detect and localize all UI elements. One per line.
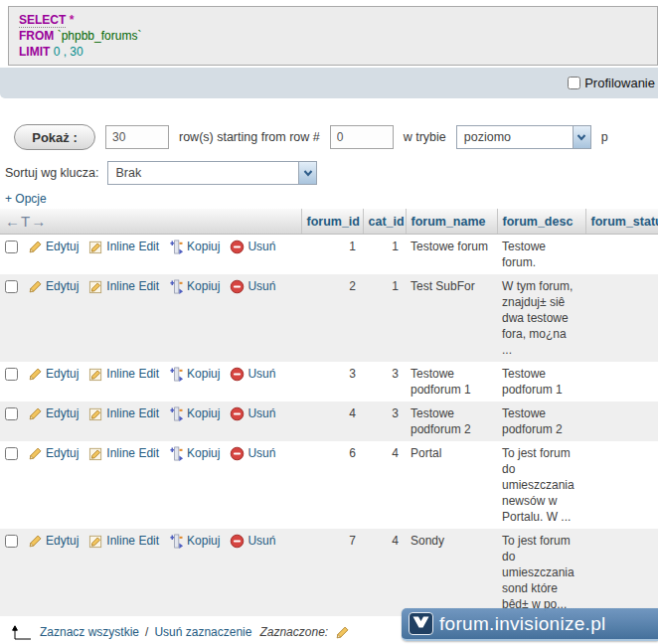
delete-action[interactable]: Usuń — [229, 445, 275, 461]
options-toggle-link[interactable]: + Opcje — [5, 192, 658, 206]
cell-cat-id: 3 — [363, 402, 406, 441]
copy-link[interactable]: Kopiuj — [187, 239, 220, 254]
column-header-forum-name[interactable]: forum_name — [406, 209, 497, 235]
delete-link[interactable]: Usuń — [247, 533, 275, 549]
copy-action[interactable]: Kopiuj — [168, 405, 220, 421]
edit-action[interactable]: Edytuj — [27, 405, 79, 421]
copy-link[interactable]: Kopiuj — [187, 405, 220, 421]
uncheck-all-link[interactable]: Usuń zaznaczenie — [154, 625, 251, 639]
watermark-text: forum.invisionize.pl — [439, 613, 606, 635]
cell-forum-id: 7 — [301, 529, 363, 616]
show-button[interactable]: Pokaż : — [14, 124, 95, 150]
copy-action[interactable]: Kopiuj — [168, 239, 220, 254]
edit-action[interactable]: Edytuj — [27, 366, 79, 382]
column-header-forum-desc[interactable]: forum_desc — [497, 209, 585, 235]
delete-link[interactable]: Usuń — [247, 366, 275, 382]
column-header-cat-id[interactable]: cat_id — [363, 209, 406, 235]
inline-edit-link[interactable]: Inline Edit — [106, 366, 159, 382]
watermark-banner: forum.invisionize.pl — [402, 608, 658, 641]
delete-icon — [229, 405, 245, 421]
edit-link[interactable]: Edytuj — [46, 533, 79, 549]
cell-forum-name: Test SubFor — [406, 274, 497, 362]
cell-forum-id: 1 — [301, 235, 363, 275]
check-all-link[interactable]: Zaznacz wszystkie — [40, 625, 139, 639]
cell-forum-status — [585, 362, 658, 402]
row-actions: Edytuj Inline Edit Kopiuj — [5, 445, 296, 461]
inline-edit-link[interactable]: Inline Edit — [106, 278, 159, 294]
sql-table-identifier: `phpbb_forums` — [58, 29, 142, 43]
edit-link[interactable]: Edytuj — [46, 445, 79, 461]
inline-edit-link[interactable]: Inline Edit — [106, 533, 159, 549]
delete-action[interactable]: Usuń — [229, 405, 275, 421]
delete-action[interactable]: Usuń — [229, 278, 275, 294]
edit-action[interactable]: Edytuj — [27, 239, 79, 254]
sort-key-select[interactable]: Brak — [107, 161, 317, 185]
inline-edit-action[interactable]: Inline Edit — [87, 239, 159, 254]
copy-link[interactable]: Kopiuj — [187, 366, 220, 382]
sql-keyword-limit: LIMIT — [19, 45, 50, 59]
edit-link[interactable]: Edytuj — [46, 405, 79, 421]
delete-link[interactable]: Usuń — [247, 445, 275, 461]
inline-edit-link[interactable]: Inline Edit — [106, 239, 159, 254]
edit-action[interactable]: Edytuj — [27, 445, 79, 461]
inline-edit-link[interactable]: Inline Edit — [106, 445, 159, 461]
pencil-icon[interactable] — [334, 624, 350, 640]
copy-link[interactable]: Kopiuj — [187, 278, 220, 294]
column-nav-arrows[interactable]: ←T→ — [0, 209, 301, 235]
chevron-down-icon — [298, 162, 316, 184]
cell-cat-id: 3 — [363, 362, 406, 402]
inline-edit-link[interactable]: Inline Edit — [106, 405, 159, 421]
sql-line-from: FROM `phpbb_forums` — [19, 28, 647, 44]
num-rows-input[interactable] — [105, 125, 169, 149]
mode-label: w trybie — [404, 130, 446, 144]
table-row: Edytuj Inline Edit Kopiuj — [0, 402, 658, 441]
delete-action[interactable]: Usuń — [229, 366, 275, 382]
edit-link[interactable]: Edytuj — [46, 278, 79, 294]
copy-action[interactable]: Kopiuj — [168, 533, 220, 549]
cell-forum-status — [585, 235, 658, 275]
cell-forum-status — [585, 274, 658, 362]
pencil-icon — [27, 405, 43, 421]
copy-action[interactable]: Kopiuj — [168, 278, 220, 294]
inline-edit-action[interactable]: Inline Edit — [87, 405, 159, 421]
row-checkbox[interactable] — [5, 241, 18, 253]
row-checkbox[interactable] — [5, 280, 18, 293]
sql-select-star: * — [70, 13, 75, 27]
inline-edit-action[interactable]: Inline Edit — [87, 533, 159, 549]
delete-action[interactable]: Usuń — [229, 533, 275, 549]
display-mode-select[interactable]: poziomo — [456, 125, 591, 149]
start-row-input[interactable] — [330, 125, 394, 149]
table-row: Edytuj Inline Edit Kopiuj — [0, 274, 658, 362]
profiling-checkbox[interactable] — [568, 77, 580, 89]
delete-link[interactable]: Usuń — [247, 239, 275, 254]
sql-keyword-select[interactable]: SELECT — [19, 13, 66, 28]
inline-edit-action[interactable]: Inline Edit — [87, 445, 159, 461]
row-checkbox[interactable] — [5, 447, 18, 460]
column-header-forum-id[interactable]: forum_id — [301, 209, 363, 235]
sort-key-value: Brak — [108, 166, 298, 180]
cell-forum-status — [585, 529, 658, 616]
sql-keyword-from: FROM — [19, 29, 54, 43]
edit-action[interactable]: Edytuj — [27, 533, 79, 549]
copy-link[interactable]: Kopiuj — [187, 445, 220, 461]
profiling-label[interactable]: Profilowanie — [584, 76, 655, 90]
copy-action[interactable]: Kopiuj — [168, 366, 220, 382]
edit-action[interactable]: Edytuj — [27, 278, 79, 294]
delete-link[interactable]: Usuń — [247, 405, 275, 421]
cell-forum-status — [585, 441, 658, 529]
column-header-forum-status[interactable]: forum_status — [585, 209, 658, 235]
row-checkbox[interactable] — [5, 368, 18, 381]
row-checkbox[interactable] — [5, 535, 18, 548]
inline-edit-action[interactable]: Inline Edit — [87, 366, 159, 382]
edit-link[interactable]: Edytuj — [46, 366, 79, 382]
table-header-row: ←T→ forum_id cat_id forum_name forum_des… — [0, 209, 658, 235]
row-checkbox[interactable] — [5, 407, 18, 420]
invisionize-logo-icon — [409, 612, 433, 635]
cell-forum-desc: Testowe forum. — [497, 235, 585, 275]
edit-link[interactable]: Edytuj — [46, 239, 79, 254]
inline-edit-action[interactable]: Inline Edit — [87, 278, 159, 294]
delete-link[interactable]: Usuń — [247, 278, 275, 294]
delete-action[interactable]: Usuń — [229, 239, 275, 254]
copy-link[interactable]: Kopiuj — [187, 533, 220, 549]
copy-action[interactable]: Kopiuj — [168, 445, 220, 461]
